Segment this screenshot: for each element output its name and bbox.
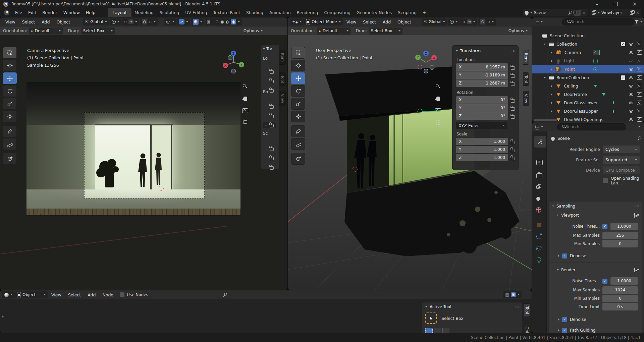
tab-physics[interactable] xyxy=(536,234,541,239)
tool-measure[interactable] xyxy=(3,138,17,150)
tool-select-box[interactable] xyxy=(3,47,17,59)
lock-icon[interactable] xyxy=(511,141,515,144)
menu-edit[interactable]: Edit xyxy=(25,10,39,15)
scene-selector[interactable]: Scene × xyxy=(523,9,588,16)
hide-viewport-icon[interactable] xyxy=(629,117,634,122)
disable-render-icon[interactable] xyxy=(637,92,642,97)
rotation-mode-dropdown[interactable]: XYZ Euler xyxy=(456,122,507,129)
outliner-row-camera[interactable]: Camera xyxy=(532,48,644,57)
tab-scene[interactable] xyxy=(536,196,540,201)
sidebar-tab-tool[interactable]: Tool xyxy=(279,72,286,86)
rotation-y-field[interactable]: Y0° xyxy=(456,104,508,112)
row-label[interactable]: Scene Collection xyxy=(550,33,585,38)
camera-view-icon[interactable] xyxy=(435,108,441,113)
lock-icon[interactable] xyxy=(511,74,515,78)
menu-window[interactable]: Window xyxy=(60,10,83,15)
lock-icon[interactable] xyxy=(511,99,515,103)
proportional-edit-controls[interactable]: ⊙∩ xyxy=(478,18,496,25)
menu-select[interactable]: Select xyxy=(19,19,38,24)
outliner-row-point[interactable]: Point xyxy=(532,65,644,73)
panel-grip-icon[interactable]: ∷∷ xyxy=(512,49,515,53)
viewport-max-samples-value[interactable]: 256 xyxy=(602,232,638,239)
outliner-search-input[interactable] xyxy=(562,18,635,25)
viewlayer-name[interactable]: ViewLayer xyxy=(601,10,628,15)
lock-icon[interactable] xyxy=(270,157,274,160)
camera-data-icon[interactable] xyxy=(593,50,600,55)
workspace-tab-sculpting[interactable]: Sculpting xyxy=(157,10,182,15)
point-light-data-icon[interactable] xyxy=(593,67,597,71)
disclosure-icon[interactable] xyxy=(551,85,552,87)
row-label[interactable]: Light xyxy=(564,58,574,63)
sidebar-tab-item[interactable]: Item xyxy=(279,50,286,65)
tool-scale[interactable] xyxy=(3,98,17,110)
rotation-z-field[interactable]: Z0° xyxy=(456,112,508,120)
orientation-default-dropdown[interactable]: ⟀Default xyxy=(317,27,351,35)
tool-annotate[interactable] xyxy=(291,125,305,137)
snapping-controls[interactable]: ▦▣ xyxy=(503,291,522,298)
viewport-camera[interactable]: View Select Add Object ⇱Global ∪⇥ ⊙∩ ↗ ▣… xyxy=(0,17,288,290)
tool-cursor[interactable] xyxy=(3,60,17,71)
mesh-data-icon[interactable] xyxy=(602,93,605,96)
row-label[interactable]: DoorFrame xyxy=(564,92,587,97)
workspace-tab-geometry-nodes[interactable]: Geometry Nodes xyxy=(354,10,395,15)
hide-viewport-icon[interactable] xyxy=(629,59,634,63)
viewport-camera-content[interactable]: Camera Perspective (1) Scene Collection … xyxy=(0,35,287,290)
zoom-view-icon[interactable] xyxy=(243,84,248,89)
disclosure-icon[interactable] xyxy=(544,77,546,78)
tab-world[interactable] xyxy=(536,207,541,213)
lock-icon[interactable] xyxy=(270,124,274,127)
workspace-tab-rendering[interactable]: Rendering xyxy=(294,10,321,15)
shading-solid-icon[interactable]: ● xyxy=(220,20,224,24)
panel-grip-icon[interactable]: ∷∷ xyxy=(516,305,519,308)
tool-transform[interactable] xyxy=(291,111,305,122)
pan-view-icon[interactable] xyxy=(436,97,440,101)
select-mode-extend-icon[interactable] xyxy=(434,328,441,333)
row-label[interactable]: Point xyxy=(565,67,575,72)
lock-icon[interactable] xyxy=(270,166,274,170)
osl-checkbox[interactable] xyxy=(603,178,608,183)
mode-dropdown[interactable]: Object Mode xyxy=(304,18,343,25)
xray-toggle[interactable]: ▣ xyxy=(205,18,213,25)
tool-select-box[interactable] xyxy=(291,47,305,59)
new-viewlayer-icon[interactable] xyxy=(630,10,634,15)
lock-icon[interactable] xyxy=(270,70,274,74)
lock-icon[interactable] xyxy=(511,107,515,111)
lock-icon[interactable] xyxy=(511,149,515,152)
render-min-samples-value[interactable]: 0 xyxy=(602,295,638,302)
viewport-shading-group[interactable]: ⊕ ● ◐ ◉ xyxy=(213,18,242,25)
transform-orientation-dropdown[interactable]: ⇱Global xyxy=(83,18,109,25)
minimize-button[interactable]: – xyxy=(588,2,606,7)
disable-render-icon[interactable] xyxy=(637,59,642,63)
lock-icon[interactable] xyxy=(511,66,515,70)
shader-type-dropdown[interactable]: Object xyxy=(15,291,48,298)
lock-icon[interactable] xyxy=(511,115,515,119)
filter-dropdown[interactable] xyxy=(635,20,642,24)
path-guiding-disclosure[interactable] xyxy=(558,329,559,331)
pivot-point-dropdown[interactable] xyxy=(448,18,460,25)
menu-object[interactable]: Object xyxy=(53,19,73,24)
row-label[interactable]: Camera xyxy=(565,50,581,55)
options-dropdown[interactable]: Options xyxy=(508,28,528,33)
viewport-denoise-checkbox[interactable]: ✓ xyxy=(562,253,567,259)
render-subpanel-title[interactable]: Render xyxy=(561,268,576,272)
disclosure-icon[interactable] xyxy=(551,102,552,104)
unlink-scene-icon[interactable]: × xyxy=(582,10,586,15)
outliner-row-ceiling[interactable]: Ceiling xyxy=(532,82,644,90)
mesh-data-icon[interactable] xyxy=(613,101,614,104)
mesh-data-icon[interactable] xyxy=(613,110,614,113)
tab-constraints[interactable] xyxy=(536,245,542,250)
render-noise-checkbox[interactable]: ✓ xyxy=(602,279,607,284)
collection-checkbox[interactable]: ✓ xyxy=(621,75,625,80)
snap-controls[interactable]: ∪⇥ xyxy=(460,18,477,25)
location-y-field[interactable]: Y-1.9189 m xyxy=(456,71,508,79)
disclosure-icon[interactable] xyxy=(551,60,552,62)
disable-render-icon[interactable] xyxy=(637,67,642,71)
outliner-row-doorwithopenings[interactable]: DoorWithOpenings xyxy=(532,115,644,122)
tool-add-cube[interactable] xyxy=(291,153,305,165)
lock-view-icon[interactable] xyxy=(243,120,247,124)
select-mode-subtract-icon[interactable] xyxy=(442,328,449,333)
properties-search-input[interactable] xyxy=(557,123,626,130)
lock-icon[interactable] xyxy=(270,105,274,109)
workspace-tab-layout[interactable]: Layout xyxy=(108,8,131,17)
tool-move[interactable] xyxy=(3,72,17,84)
